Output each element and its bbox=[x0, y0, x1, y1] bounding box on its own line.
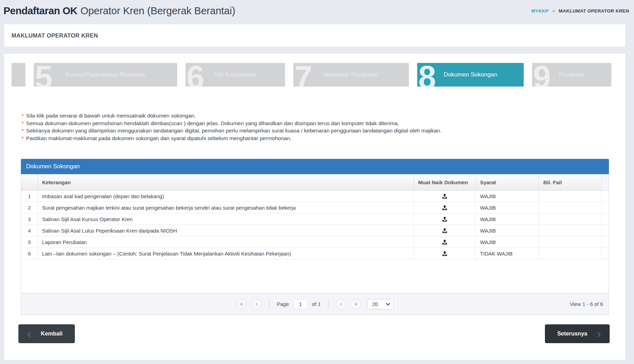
step-label: Dokumen Sokongan bbox=[417, 71, 524, 78]
page-number-input[interactable] bbox=[294, 299, 308, 309]
page-of-label: of 1 bbox=[312, 301, 321, 307]
prev-page-button[interactable]: ‹ bbox=[251, 299, 262, 309]
step-label: Kursus/Peperiksaan Berkaitan bbox=[34, 71, 177, 78]
row-number: 5 bbox=[21, 236, 38, 248]
table-row: 2 Surat pengesahan majikan terkini atau … bbox=[21, 202, 609, 213]
step-label: Sijil Kompetensi bbox=[185, 71, 285, 78]
breadcrumb-home-link[interactable]: MYKKP bbox=[531, 8, 549, 14]
last-page-icon: » bbox=[354, 301, 357, 307]
first-page-icon: « bbox=[240, 301, 243, 307]
row-upload-cell bbox=[414, 248, 476, 259]
row-syarat: TIDAK WAJIB bbox=[476, 248, 539, 259]
last-page-button[interactable]: » bbox=[351, 299, 361, 309]
section-title-bar: MAKLUMAT OPERATOR KREN bbox=[4, 24, 625, 47]
row-upload-cell bbox=[414, 202, 476, 213]
step-6-sijil-kompetensi[interactable]: 6 Sijil Kompetensi bbox=[185, 63, 285, 87]
table-row: 5 Laporan Perubatan WAJIB bbox=[21, 236, 609, 248]
wizard-stepper: 5 Kursus/Peperiksaan Berkaitan 6 Sijil K… bbox=[4, 54, 625, 87]
prev-page-icon: ‹ bbox=[256, 301, 257, 307]
next-button[interactable]: Seterusnya › bbox=[545, 324, 610, 343]
breadcrumb-separator-dot bbox=[553, 10, 555, 12]
required-asterisk: * bbox=[22, 128, 24, 134]
upload-icon[interactable] bbox=[440, 203, 449, 212]
table-row: 3 Salinan Sijil Asal Kursus Operator Kre… bbox=[21, 213, 609, 225]
pager-divider bbox=[269, 300, 269, 309]
grid-header-row: Keterangan Muat Naik Dokumen Syarat Bil.… bbox=[21, 174, 609, 191]
row-bil-fail bbox=[539, 248, 602, 259]
step-5-kursus[interactable]: 5 Kursus/Peperiksaan Berkaitan bbox=[34, 63, 177, 87]
row-bil-fail bbox=[539, 191, 602, 202]
upload-icon[interactable] bbox=[440, 215, 449, 224]
row-syarat: WAJIB bbox=[476, 191, 539, 202]
instruction-line-3: *Sekiranya dokumen yang dilampirkan meng… bbox=[22, 128, 625, 134]
row-bil-fail bbox=[539, 236, 602, 248]
table-row: 4 Salinan Sijil Asal Lulus Peperiksaan K… bbox=[21, 225, 609, 236]
row-keterangan: Laporan Perubatan bbox=[38, 236, 414, 248]
content-card: 5 Kursus/Peperiksaan Berkaitan 6 Sijil K… bbox=[4, 54, 625, 360]
page-size-value: 20 bbox=[372, 301, 378, 307]
row-number: 6 bbox=[21, 248, 38, 259]
row-bil-fail bbox=[539, 202, 602, 213]
grid-body-box: Keterangan Muat Naik Dokumen Syarat Bil.… bbox=[21, 174, 609, 315]
page-title-app: Pendaftaran OK bbox=[3, 5, 77, 17]
row-syarat: WAJIB bbox=[476, 213, 539, 225]
column-header-keterangan: Keterangan bbox=[38, 174, 414, 190]
grid-title: Dokumen Sokongan bbox=[26, 163, 80, 170]
row-upload-cell bbox=[414, 225, 476, 236]
row-keterangan: Imbasan asal kad pengenalan (depan dan b… bbox=[38, 191, 414, 202]
next-page-button[interactable]: › bbox=[336, 299, 346, 309]
page-title-subject: Operator Kren (Bergerak Berantai) bbox=[80, 5, 235, 17]
column-header-muat-naik: Muat Naik Dokumen bbox=[414, 174, 476, 190]
upload-icon[interactable] bbox=[440, 192, 449, 201]
table-row: 6 Lain –lain dokumen sokongan – (Contoh:… bbox=[21, 248, 609, 259]
row-keterangan: Surat pengesahan majikan terkini atau su… bbox=[38, 202, 414, 213]
row-upload-cell bbox=[414, 191, 476, 202]
upload-icon[interactable] bbox=[440, 226, 449, 235]
row-keterangan: Salinan Sijil Asal Lulus Peperiksaan Kre… bbox=[38, 225, 414, 236]
breadcrumb-current: MAKLUMAT OPERATOR KREN bbox=[559, 8, 629, 14]
row-keterangan: Lain –lain dokumen sokongan – (Contoh: S… bbox=[38, 248, 414, 259]
page-size-select[interactable]: 20 bbox=[367, 299, 394, 309]
row-upload-cell bbox=[414, 236, 476, 248]
step-8-dokumen-sokongan-active[interactable]: 8 Dokumen Sokongan bbox=[417, 63, 524, 87]
required-asterisk: * bbox=[22, 113, 24, 119]
page-title: Pendaftaran OK Operator Kren (Bergerak B… bbox=[3, 5, 235, 17]
row-keterangan: Salinan Sijil Asal Kursus Operator Kren bbox=[38, 213, 414, 225]
row-syarat: WAJIB bbox=[476, 236, 539, 248]
step-label: Perakuan bbox=[532, 71, 611, 78]
view-range-text: View 1 - 6 of 6 bbox=[570, 293, 603, 315]
upload-icon[interactable] bbox=[440, 237, 449, 246]
row-number: 4 bbox=[21, 225, 38, 236]
row-bil-fail bbox=[539, 225, 602, 236]
column-header-no bbox=[21, 174, 38, 190]
required-asterisk: * bbox=[22, 120, 24, 126]
row-number: 2 bbox=[21, 202, 38, 213]
footer-buttons: ‹ Kembali Seterusnya › bbox=[18, 324, 610, 343]
instruction-line-1: *Sila klik pada senarai di bawah untuk m… bbox=[22, 113, 625, 119]
column-header-syarat: Syarat bbox=[476, 174, 539, 190]
back-button-label: Kembali bbox=[41, 331, 62, 337]
required-asterisk: * bbox=[22, 135, 24, 141]
next-button-label: Seterusnya bbox=[557, 331, 587, 337]
back-button[interactable]: ‹ Kembali bbox=[18, 324, 75, 343]
row-upload-cell bbox=[414, 213, 476, 225]
upload-icon[interactable] bbox=[440, 249, 449, 258]
row-number: 1 bbox=[21, 191, 38, 202]
instruction-line-4: *Pastikan maklumat-maklumat pada dokumen… bbox=[22, 136, 625, 141]
first-page-button[interactable]: « bbox=[236, 299, 247, 309]
step-7-maklumat-perubatan[interactable]: 7 Maklumat Perubatan bbox=[293, 63, 409, 87]
row-bil-fail bbox=[539, 213, 602, 225]
grid-empty-area bbox=[21, 259, 609, 293]
breadcrumb: MYKKP MAKLUMAT OPERATOR KREN bbox=[531, 8, 629, 14]
next-page-icon: › bbox=[340, 301, 342, 307]
step-9-perakuan[interactable]: 9 Perakuan bbox=[532, 63, 611, 87]
grid-title-bar: Dokumen Sokongan bbox=[21, 159, 609, 174]
step-label: Maklumat Perubatan bbox=[293, 71, 409, 78]
instruction-line-2: *Semua dokuman-dokumen permohonan hendak… bbox=[22, 121, 625, 126]
column-header-spacer bbox=[602, 174, 609, 190]
row-syarat: WAJIB bbox=[476, 202, 539, 213]
table-row: 1 Imbasan asal kad pengenalan (depan dan… bbox=[21, 191, 609, 202]
row-syarat: WAJIB bbox=[476, 225, 539, 236]
instructions-list: *Sila klik pada senarai di bawah untuk m… bbox=[22, 113, 625, 141]
chevron-down-icon bbox=[386, 301, 390, 305]
